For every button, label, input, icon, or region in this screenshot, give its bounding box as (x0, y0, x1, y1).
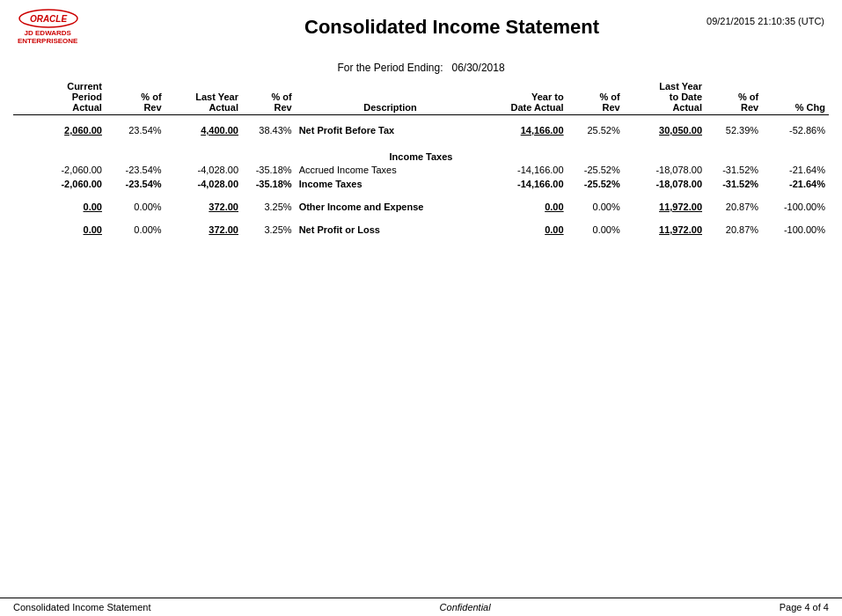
period-label: For the Period Ending: (337, 62, 443, 74)
ait-col2: -23.54% (106, 163, 165, 177)
itt-col4: -35.18% (242, 177, 296, 191)
nptb-col9: 52.39% (706, 123, 762, 137)
nptb-col10: -52.86% (762, 123, 829, 137)
spacer-1 (13, 114, 829, 123)
ait-col9: -31.52% (706, 163, 762, 177)
report-table: Current Period Actual % of Rev Last Year… (13, 79, 829, 238)
period-line: For the Period Ending: 06/30/2018 (0, 62, 842, 74)
spacer-4 (13, 214, 829, 223)
ait-col7: -25.52% (567, 163, 624, 177)
oie-col7: 0.00% (567, 200, 624, 214)
npl-col4: 3.25% (242, 223, 296, 237)
itt-col6: -14,166.00 (485, 177, 567, 191)
npl-col6: 0.00 (485, 223, 567, 237)
period-date: 06/30/2018 (452, 62, 505, 74)
svg-text:ORACLE: ORACLE (30, 14, 68, 24)
nptb-col4: 38.43% (242, 123, 296, 137)
itt-col8: -18,078.00 (624, 177, 706, 191)
itt-col1: -2,060.00 (13, 177, 106, 191)
net-profit-loss-row: 0.00 0.00% 372.00 3.25% Net Profit or Lo… (13, 223, 829, 237)
npl-col2: 0.00% (106, 223, 165, 237)
itt-col2: -23.54% (106, 177, 165, 191)
report-table-wrapper: Current Period Actual % of Rev Last Year… (0, 79, 842, 238)
col-header-last-year-ytd: Last Year to Date Actual (624, 79, 706, 115)
itt-col3: -4,028.00 (165, 177, 242, 191)
itt-col9: -31.52% (706, 177, 762, 191)
footer-left: Consolidated Income Statement (13, 602, 151, 612)
oie-col2: 0.00% (106, 200, 165, 214)
ait-col4: -35.18% (242, 163, 296, 177)
col-header-ytd: Year to Date Actual (485, 79, 567, 115)
itt-col10: -21.64% (762, 177, 829, 191)
income-taxes-total-row: -2,060.00 -23.54% -4,028.00 -35.18% Inco… (13, 177, 829, 191)
report-header: ORACLE JD EDWARDS ENTERPRISEONE Consolid… (0, 0, 842, 55)
col-header-pct-rev-2: % of Rev (242, 79, 296, 115)
nptb-col2: 23.54% (106, 123, 165, 137)
logo-area: ORACLE JD EDWARDS ENTERPRISEONE (18, 9, 79, 46)
nptb-col3: 4,400.00 (165, 123, 242, 137)
income-taxes-label: Income Taxes (13, 146, 829, 163)
col-header-pct-rev-4: % of Rev (706, 79, 762, 115)
npl-col9: 20.87% (706, 223, 762, 237)
spacer-3 (13, 191, 829, 200)
col-header-pct-rev-3: % of Rev (567, 79, 624, 115)
timestamp: 09/21/2015 21:10:35 (UTC) (707, 16, 824, 26)
col-header-pct-chg: % Chg (762, 79, 829, 115)
ait-col10: -21.64% (762, 163, 829, 177)
itt-description: Income Taxes (296, 177, 486, 191)
oie-col9: 20.87% (706, 200, 762, 214)
itt-col7: -25.52% (567, 177, 624, 191)
ait-description: Accrued Income Taxes (296, 163, 486, 177)
oie-col4: 3.25% (242, 200, 296, 214)
npl-col8: 11,972.00 (624, 223, 706, 237)
jde-line2: ENTERPRISEONE (18, 38, 77, 46)
oracle-logo-svg: ORACLE (18, 9, 79, 28)
npl-col1: 0.00 (13, 223, 106, 237)
col-header-last-year: Last Year Actual (165, 79, 242, 115)
npl-col3: 372.00 (165, 223, 242, 237)
oie-col3: 372.00 (165, 200, 242, 214)
column-headers: Current Period Actual % of Rev Last Year… (13, 79, 829, 115)
ait-col6: -14,166.00 (485, 163, 567, 177)
oie-col1: 0.00 (13, 200, 106, 214)
nptb-col1: 2,060.00 (13, 123, 106, 137)
oie-col8: 11,972.00 (624, 200, 706, 214)
oie-col10: -100.00% (762, 200, 829, 214)
col-header-description: Description (296, 79, 486, 115)
col-header-current-period: Current Period Actual (13, 79, 106, 115)
net-profit-before-tax-row: 2,060.00 23.54% 4,400.00 38.43% Net Prof… (13, 123, 829, 137)
ait-col3: -4,028.00 (165, 163, 242, 177)
ait-col8: -18,078.00 (624, 163, 706, 177)
nptb-col6: 14,166.00 (485, 123, 567, 137)
oie-description: Other Income and Expense (296, 200, 486, 214)
footer-center: Confidential (440, 602, 491, 612)
oie-col6: 0.00 (485, 200, 567, 214)
income-taxes-section-header: Income Taxes (13, 146, 829, 163)
npl-description: Net Profit or Loss (296, 223, 486, 237)
other-income-expense-row: 0.00 0.00% 372.00 3.25% Other Income and… (13, 200, 829, 214)
nptb-col8: 30,050.00 (624, 123, 706, 137)
npl-col7: 0.00% (567, 223, 624, 237)
nptb-description: Net Profit Before Tax (296, 123, 486, 137)
accrued-income-taxes-row: -2,060.00 -23.54% -4,028.00 -35.18% Accr… (13, 163, 829, 177)
nptb-col7: 25.52% (567, 123, 624, 137)
npl-col10: -100.00% (762, 223, 829, 237)
ait-col1: -2,060.00 (13, 163, 106, 177)
col-header-pct-rev-1: % of Rev (106, 79, 165, 115)
spacer-2 (13, 137, 829, 146)
report-footer: Consolidated Income Statement Confidenti… (0, 598, 842, 616)
footer-right: Page 4 of 4 (780, 602, 829, 612)
